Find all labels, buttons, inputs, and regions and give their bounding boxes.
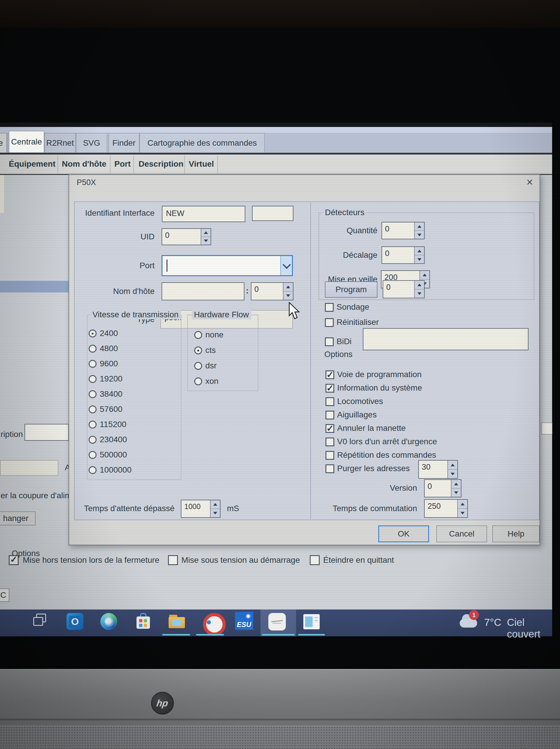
file-explorer-icon[interactable] [169,613,185,630]
task-view-icon[interactable] [33,613,49,629]
option-checkbox-locomotives[interactable] [326,397,334,406]
column-header-port[interactable]: Port [114,159,131,169]
spinner-down-icon[interactable] [415,289,424,298]
tab-cartographie[interactable]: Cartographie des commandes [139,133,265,152]
flow-radio-cts[interactable]: ● [194,346,202,355]
baud-radio-9600[interactable] [89,360,96,368]
spinner-down-icon[interactable] [448,469,457,478]
baud-radio-38400[interactable] [89,390,96,398]
column-header-nom-dhote[interactable]: Nom d'hôte [62,159,107,169]
ok-button[interactable]: OK [378,526,429,542]
baud-radio-500000[interactable] [89,451,96,459]
option-checkbox-systeme[interactable]: ✓ [326,384,334,392]
spinner-down-icon[interactable] [458,508,467,517]
offset-stepper[interactable]: 0 [381,247,425,264]
spinner-up-icon[interactable] [415,222,424,230]
baud-radio-19200[interactable] [89,375,96,383]
spinner-down-icon[interactable] [210,509,220,517]
bidi-input[interactable] [363,328,529,350]
flow-radio-xon[interactable] [194,378,202,385]
spinner-down-icon[interactable] [415,255,424,263]
store-icon[interactable] [135,613,152,630]
spinner-up-icon[interactable] [458,500,467,508]
baud-radio-1000000[interactable] [89,466,96,474]
poweroff-close-checkbox[interactable]: ✓ [9,555,19,565]
tab-centrale[interactable]: Centrale [9,131,44,152]
spinner-down-icon[interactable] [451,488,461,497]
tab-partial-e[interactable]: e [0,133,7,152]
cancel-button[interactable]: Cancel [436,526,487,542]
offset-value: 0 [382,247,414,263]
baud-radio-4800[interactable] [89,345,96,352]
spinner-up-icon[interactable] [415,247,424,255]
option-checkbox-repetition[interactable] [326,451,334,460]
baud-option-label: 4800 [100,344,118,353]
poweron-start-checkbox[interactable] [168,555,178,565]
column-header-equipement[interactable]: Équipement [9,159,55,169]
description-input-partial[interactable] [24,424,69,441]
program-stepper[interactable]: 0 [383,280,425,298]
option-checkbox-aiguillages[interactable] [326,411,334,420]
flow-radio-dsr[interactable] [194,362,202,370]
flow-radio-none[interactable] [194,331,202,339]
rocrail-app-icon[interactable] [268,613,286,630]
host-input[interactable] [162,282,244,300]
interface-secondary-box[interactable] [252,206,293,221]
weather-widget[interactable]: 1 7°C Ciel couvert [455,609,552,636]
help-button[interactable]: Help [492,526,540,542]
timeout-stepper[interactable]: 1000 [181,500,221,518]
baud-radio-2400[interactable]: ● [89,329,96,338]
uid-stepper[interactable]: 0 [162,228,211,245]
sondage-checkbox[interactable] [325,303,334,312]
tab-finder[interactable]: Finder [109,133,139,152]
spinner-down-icon[interactable] [284,291,293,300]
background-input-partial[interactable] [0,460,58,476]
baud-radio-57600[interactable] [89,405,96,413]
host-port-stepper[interactable]: 0 [251,282,293,300]
spinner-up-icon[interactable] [448,461,457,469]
edge-icon[interactable] [100,613,117,630]
offset-label: Décalage [270,251,377,260]
quantity-stepper[interactable]: 0 [381,222,425,239]
running-indicator [162,634,190,636]
shutdown-quit-checkbox[interactable] [310,555,320,565]
spinner-down-icon[interactable] [201,236,210,244]
column-header-description[interactable]: Description [138,159,183,169]
column-header-virtuel[interactable]: Virtuel [189,159,214,169]
tab-label: SVG [83,138,100,148]
outlook-icon[interactable]: O [67,613,84,630]
tab-r2rnet[interactable]: R2Rnet [44,133,76,152]
spinner-up-icon[interactable] [210,500,220,509]
interface-input[interactable]: NEW [162,206,245,222]
version-stepper[interactable]: 0 [424,479,462,497]
spinner-up-icon[interactable] [201,229,210,236]
baud-radio-115200[interactable] [89,421,96,428]
option-checkbox-v0-urgence[interactable] [326,437,334,446]
option-checkbox-manette[interactable]: ✓ [326,424,334,433]
esu-app-icon[interactable]: ESU [235,612,253,630]
window-app-icon[interactable] [303,614,320,629]
bidi-checkbox[interactable] [325,338,334,346]
red-app-icon[interactable] [203,613,226,636]
switch-time-stepper[interactable]: 250 [424,499,468,518]
purge-stepper[interactable]: 30 [418,460,458,479]
option-checkbox-programmation[interactable]: ✓ [326,370,334,379]
bottom-tab-partial-c[interactable]: C [0,588,9,602]
column-divider [58,155,58,173]
spinner-down-icon[interactable] [415,230,424,239]
background-panel-strip [0,175,4,213]
reinitialiser-checkbox[interactable] [325,318,334,327]
spinner-up-icon[interactable] [451,480,461,488]
option-checkbox-purger[interactable] [326,465,334,473]
baud-radio-230400[interactable] [89,436,96,444]
baud-option-label: 2400 [100,329,118,338]
spinner-up-icon[interactable] [284,283,293,291]
program-button[interactable]: Program [325,281,377,298]
close-icon[interactable]: × [523,175,536,189]
spinner-up-icon[interactable] [420,271,429,279]
uid-value: 0 [162,229,201,244]
sondage-label: Sondage [337,302,369,312]
tab-svg[interactable]: SVG [76,133,107,152]
spinner-up-icon[interactable] [415,281,424,289]
change-button-partial[interactable]: hanger [0,511,36,526]
